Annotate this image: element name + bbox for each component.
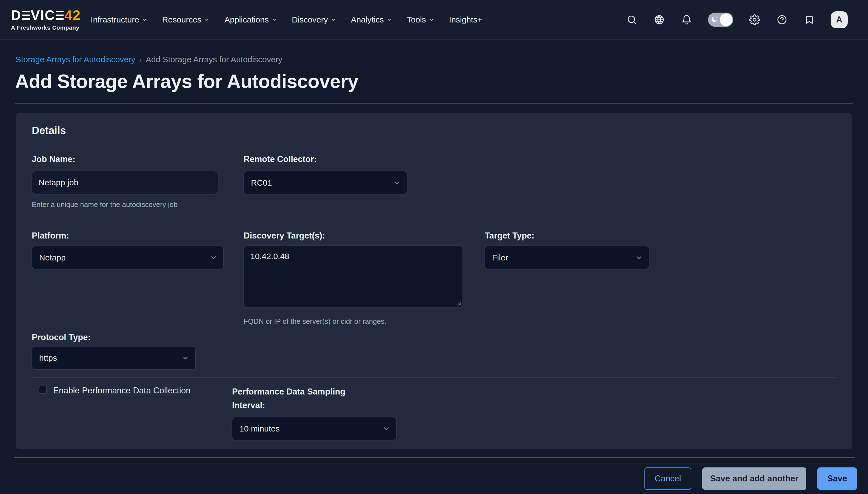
- job-name-help: Enter a unique name for the autodiscover…: [32, 201, 178, 209]
- form-actions: Cancel Save and add another Save: [645, 468, 857, 490]
- logo-letter-e-icon: [22, 11, 30, 20]
- page-title: Add Storage Arrays for Autodiscovery: [15, 70, 358, 93]
- nav-item-applications[interactable]: Applications: [224, 15, 277, 24]
- discovery-targets-help: FQDN or IP of the server(s) or cidr or r…: [243, 317, 386, 326]
- remote-collector-label: Remote Collector:: [243, 154, 317, 164]
- device42-logo[interactable]: DVIC42 A Freshworks Company: [11, 8, 81, 31]
- enable-performance-label[interactable]: Enable Performance Data Collection: [53, 386, 191, 396]
- chevron-down-icon: [142, 17, 147, 22]
- protocol-type-label: Protocol Type:: [32, 332, 91, 342]
- bookmark-icon: [805, 15, 814, 25]
- moon-icon: [710, 16, 719, 24]
- card-divider: [31, 447, 836, 447]
- nav-item-discovery[interactable]: Discovery: [292, 15, 336, 24]
- save-button[interactable]: Save: [817, 468, 857, 490]
- app-root: DVIC42 A Freshworks Company Infrastructu…: [0, 0, 868, 494]
- chevron-down-icon: [393, 179, 401, 187]
- section-title: Details: [32, 125, 66, 136]
- logo-letter-e-icon: [56, 11, 63, 20]
- discovery-targets-textarea[interactable]: 10.42.0.48: [243, 246, 463, 307]
- main-menu: Infrastructure Resources Applications Di…: [91, 15, 482, 24]
- device42-wordmark: DVIC42: [11, 8, 81, 22]
- discovery-targets-field: 10.42.0.48: [243, 246, 463, 307]
- breadcrumb-current: Add Storage Arrays for Autodiscovery: [146, 55, 282, 64]
- nav-item-analytics[interactable]: Analytics: [351, 15, 392, 24]
- user-avatar[interactable]: A: [831, 11, 848, 28]
- breadcrumb-link[interactable]: Storage Arrays for Autodiscovery: [16, 55, 135, 64]
- nav-item-tools[interactable]: Tools: [407, 15, 434, 24]
- chevron-down-icon: [210, 254, 217, 262]
- nav-item-insights[interactable]: Insights+: [449, 15, 482, 24]
- top-nav: DVIC42 A Freshworks Company Infrastructu…: [0, 0, 868, 40]
- platform-select[interactable]: Netapp: [32, 246, 223, 269]
- title-divider: [15, 103, 853, 104]
- search-button[interactable]: [626, 14, 638, 26]
- chevron-down-icon: [272, 17, 277, 22]
- bookmark-button[interactable]: [803, 14, 815, 26]
- sampling-interval-label: Performance Data Sampling Interval:: [232, 385, 358, 412]
- notifications-button[interactable]: [680, 14, 693, 26]
- help-icon: [776, 14, 787, 25]
- job-name-input[interactable]: [32, 171, 218, 194]
- chevron-down-icon: [429, 17, 434, 22]
- enable-performance-checkbox[interactable]: [39, 386, 47, 394]
- dark-mode-toggle[interactable]: [708, 13, 733, 27]
- chevron-down-icon: [182, 354, 189, 362]
- sampling-interval-select[interactable]: 10 minutes: [232, 417, 396, 440]
- job-name-label: Job Name:: [32, 154, 75, 164]
- settings-button[interactable]: [749, 14, 761, 26]
- gear-icon: [749, 14, 760, 25]
- breadcrumb: Storage Arrays for Autodiscovery › Add S…: [16, 55, 282, 64]
- details-card: Details Job Name: Enter a unique name fo…: [16, 113, 852, 449]
- nav-item-resources[interactable]: Resources: [162, 15, 210, 24]
- cancel-button[interactable]: Cancel: [645, 468, 691, 490]
- remote-collector-select[interactable]: RC01: [243, 171, 407, 194]
- help-button[interactable]: [776, 14, 788, 26]
- toggle-knob: [720, 14, 732, 26]
- chevron-down-icon: [331, 17, 336, 22]
- nav-utilities: A: [626, 11, 848, 28]
- protocol-type-select[interactable]: https: [32, 346, 196, 369]
- language-button[interactable]: [653, 14, 665, 26]
- globe-icon: [654, 14, 665, 25]
- logo-subtitle: A Freshworks Company: [11, 24, 81, 31]
- search-icon: [627, 15, 637, 25]
- chevron-down-icon: [635, 254, 643, 262]
- chevron-down-icon: [387, 17, 392, 22]
- card-divider: [31, 377, 836, 378]
- breadcrumb-separator: ›: [139, 55, 142, 64]
- save-and-add-another-button[interactable]: Save and add another: [702, 468, 806, 490]
- footer-divider: [14, 457, 855, 458]
- target-type-select[interactable]: Filer: [485, 246, 649, 269]
- discovery-targets-label: Discovery Target(s):: [243, 231, 325, 241]
- bell-icon: [682, 15, 692, 25]
- resize-handle-icon[interactable]: [455, 300, 461, 306]
- platform-label: Platform:: [32, 231, 69, 241]
- target-type-label: Target Type:: [485, 231, 534, 241]
- chevron-down-icon: [382, 425, 390, 433]
- nav-item-infrastructure[interactable]: Infrastructure: [91, 15, 147, 24]
- chevron-down-icon: [204, 17, 210, 22]
